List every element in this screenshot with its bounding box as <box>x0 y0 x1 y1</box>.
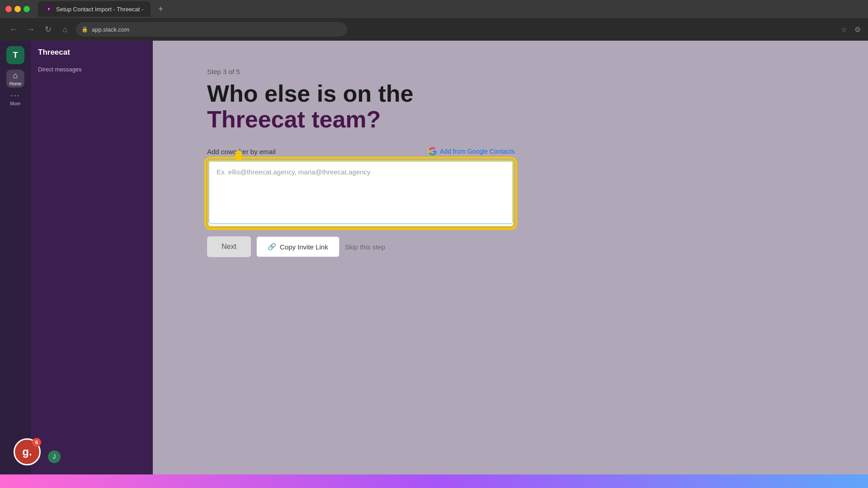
user-avatar-bottom[interactable]: J <box>48 450 61 463</box>
tab-favicon: T <box>45 5 52 13</box>
google-contacts-button[interactable]: Add from Google Contacts <box>428 147 514 156</box>
direct-messages-label: Direct messages <box>31 64 153 75</box>
notification-badge: 6 <box>32 438 41 447</box>
link-icon: 🔗 <box>268 243 276 251</box>
app-container: T ⌂ Home ··· More Threecat Direct messag… <box>0 41 868 488</box>
add-coworker-label: Add coworker by email <box>207 148 276 155</box>
back-button[interactable]: ← <box>7 23 20 36</box>
copy-invite-link-label: Copy Invite Link <box>280 243 328 251</box>
home-icon: ⌂ <box>13 71 18 80</box>
maximize-button[interactable] <box>24 6 30 12</box>
new-tab-button[interactable]: + <box>154 3 167 15</box>
notification-avatar[interactable]: g. 6 <box>14 438 41 465</box>
copy-invite-link-button[interactable]: 🔗 Copy Invite Link <box>256 236 340 257</box>
channel-sidebar: Threecat Direct messages <box>31 41 153 488</box>
active-tab[interactable]: T Setup Contact Import - Threecat - <box>38 1 151 17</box>
close-button[interactable] <box>5 6 12 12</box>
forward-button[interactable]: → <box>24 23 37 36</box>
tab-title: Setup Contact Import - Threecat - <box>56 6 143 13</box>
url-display: app.slack.com <box>92 26 129 33</box>
main-content: Step 3 of 5 Who else is on the Threecat … <box>153 41 868 488</box>
heading-line2: Threecat team? <box>207 106 381 132</box>
setup-content: Step 3 of 5 Who else is on the Threecat … <box>207 68 514 257</box>
nav-actions: ☆ ⚙ <box>841 25 861 34</box>
heading-line1: Who else is on the <box>207 80 414 107</box>
browser-chrome: T Setup Contact Import - Threecat - + ← … <box>0 0 868 41</box>
sidebar-item-home[interactable]: ⌂ Home <box>6 70 24 88</box>
nav-bar: ← → ↻ ⌂ 🔒 app.slack.com ☆ ⚙ <box>0 18 868 41</box>
bookmark-icon[interactable]: ☆ <box>841 25 847 34</box>
home-nav-button[interactable]: ⌂ <box>59 23 71 36</box>
notif-icon-text: g. <box>22 446 32 458</box>
more-label: More <box>10 101 21 106</box>
email-input-wrapper <box>207 160 514 227</box>
email-textarea[interactable] <box>208 161 513 224</box>
google-contacts-label: Add from Google Contacts <box>440 148 514 155</box>
next-button[interactable]: Next <box>207 236 251 257</box>
home-label: Home <box>9 81 22 86</box>
more-icon: ··· <box>10 91 20 100</box>
reload-button[interactable]: ↻ <box>42 23 54 36</box>
step-label: Step 3 of 5 <box>207 68 514 75</box>
workspace-name: Threecat <box>31 48 153 64</box>
svg-text:T: T <box>48 7 50 11</box>
skip-button[interactable]: Skip this step <box>345 243 385 251</box>
address-bar[interactable]: 🔒 app.slack.com <box>76 22 347 37</box>
sidebar-icons: T ⌂ Home ··· More <box>0 41 31 488</box>
setup-heading: Who else is on the Threecat team? <box>207 81 514 132</box>
minimize-button[interactable] <box>14 6 21 12</box>
traffic-lights <box>5 6 30 12</box>
lock-icon: 🔒 <box>81 26 88 33</box>
bottom-bar <box>0 474 868 488</box>
extensions-icon[interactable]: ⚙ <box>854 25 861 34</box>
add-coworker-row: Add coworker by email Add from Google Co… <box>207 147 514 156</box>
setup-panel: Step 3 of 5 Who else is on the Threecat … <box>153 41 868 488</box>
workspace-avatar[interactable]: T <box>6 46 24 64</box>
sidebar-item-more[interactable]: ··· More <box>6 89 24 108</box>
actions-row: Next 🔗 Copy Invite Link Skip this step <box>207 236 514 257</box>
google-g-icon <box>428 147 437 156</box>
tab-bar: T Setup Contact Import - Threecat - + <box>0 0 868 18</box>
